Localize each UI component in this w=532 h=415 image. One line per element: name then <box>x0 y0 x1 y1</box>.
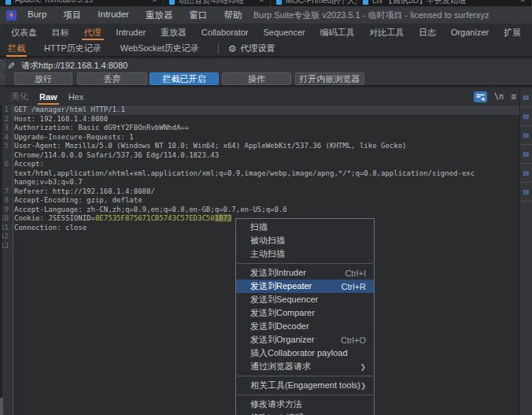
hamburger-menu-icon[interactable]: ≡ <box>511 92 516 102</box>
editor-tab-group: 美化 Raw Hex <box>0 88 83 105</box>
menubar-item[interactable]: 窗口 <box>189 9 207 21</box>
editor-tab[interactable]: 美化 <box>11 88 28 105</box>
inspector-section-cell[interactable]: ▤ <box>520 183 532 202</box>
line-text-plain: GET /manager/html HTTP/1.1 <box>14 106 125 113</box>
scrollbar-thumb[interactable] <box>0 398 3 415</box>
context-menu-item[interactable]: ❯ <box>237 263 373 264</box>
main-tab[interactable]: 日志 <box>419 24 436 41</box>
request-line[interactable]: 7 Referer: http://192.168.1.4:8080/ <box>0 187 519 197</box>
editor-tab[interactable]: Hex <box>68 88 84 105</box>
line-text-plain: Authorization: Basic dG9tY2F0OnRvbWNhdA=… <box>14 124 189 132</box>
context-menu-item[interactable]: 扫描 ❯ <box>236 220 374 234</box>
intercept-button[interactable]: 操作 <box>222 72 291 85</box>
context-menu-item[interactable]: 相关工具(Engagement tools) ❯ <box>236 379 374 392</box>
sub-tab[interactable]: HTTP历史记录 <box>44 40 102 57</box>
context-menu-item[interactable]: ❯ <box>237 376 373 376</box>
inspector-section-cell[interactable]: ▤ <box>520 145 532 164</box>
inspector-section-cell[interactable]: ▤ <box>520 126 532 145</box>
request-line[interactable]: hange;v=b3;q=0.7 <box>0 178 519 187</box>
request-line[interactable]: 5 User-Agent: Mozilla/5.0 (Windows NT 10… <box>0 142 519 151</box>
close-tab-icon[interactable]: ✕ <box>519 0 526 4</box>
close-tab-icon[interactable]: ✕ <box>258 0 264 4</box>
intercept-button-label: 丢弃 <box>104 73 121 85</box>
context-menu-item[interactable]: 被动扫描 ❯ <box>236 234 374 247</box>
sub-tab-label: 拦截 <box>8 43 25 54</box>
request-line[interactable]: 8 Accept-Encoding: gzip, deflate <box>0 196 519 206</box>
proxy-settings-button[interactable]: ⚙ 代理设置 <box>228 43 275 54</box>
main-tab[interactable]: 重放器 <box>161 24 187 41</box>
context-menu-item[interactable]: ❯ <box>237 395 373 395</box>
main-tab[interactable]: Organizer <box>451 24 489 41</box>
request-line[interactable]: 6 Accept: <box>0 160 519 169</box>
main-tab[interactable]: Collaborator <box>201 24 249 41</box>
menubar-item[interactable]: 帮助 <box>224 9 242 21</box>
request-line[interactable]: 2 Host: 192.168.1.4:8080 <box>0 115 519 124</box>
context-menu-item[interactable]: 发送到Organizer Ctrl+O ❯ <box>236 333 374 346</box>
sub-tab-label: HTTP历史记录 <box>44 43 102 54</box>
site-favicon-icon <box>276 0 282 5</box>
close-tab-icon[interactable]: ✕ <box>151 0 157 4</box>
menubar-item[interactable]: Intruder <box>98 9 129 21</box>
context-menu-item-label: 发送到Intruder <box>250 267 306 279</box>
line-text: hange;v=b3;q=0.7 <box>11 178 519 187</box>
request-line[interactable]: 3 Authorization: Basic dG9tY2F0OnRvbWNhd… <box>0 124 519 133</box>
cookie-value-highlighted: 1B73 <box>215 214 232 222</box>
sub-tab[interactable]: WebSocket历史记录 <box>120 40 199 57</box>
context-menu-item[interactable]: 发送到Intruder Ctrl+I ❯ <box>236 266 374 280</box>
context-menu-item[interactable]: 修改body编码 ❯ <box>236 411 374 415</box>
main-tab[interactable]: Sequencer <box>264 24 305 41</box>
pencil-icon: ✎ <box>7 61 15 71</box>
editor-left-edge <box>0 105 2 415</box>
request-line[interactable]: 9 Accept-Language: zh-CN,zh;q=0.9,en;q=0… <box>0 206 519 215</box>
line-text: Accept: <box>11 160 519 169</box>
context-menu-item-label: 发送到Comparer <box>250 307 315 319</box>
context-menu-item[interactable]: 插入Collaborator payload ❯ <box>236 346 374 360</box>
main-tab[interactable]: 仪表盘 <box>11 24 37 41</box>
main-tab[interactable]: 代理 <box>84 24 102 41</box>
browser-tab[interactable]: Ltv 【腾讯3D】半长发精细 ✕ <box>357 0 532 6</box>
line-text: Authorization: Basic dG9tY2F0OnRvbWNhdA=… <box>11 124 519 133</box>
context-menu-item[interactable]: 发送到Comparer ❯ <box>236 306 374 320</box>
browser-tab[interactable]: 动态首页-哔哩哔哩 ✕ <box>164 0 271 6</box>
inspector-section-cell[interactable]: ▤ <box>520 88 532 107</box>
main-tab[interactable]: 编码工具 <box>320 24 355 41</box>
context-menu-item[interactable]: 修改请求方法 ❯ <box>236 398 374 411</box>
browser-tab[interactable]: MOC-Primed的个人主页 - 哔哩哔哩 ✕ <box>271 0 357 6</box>
inspector-section-cell[interactable]: ▤ <box>520 164 532 183</box>
request-url-label: 请求http://192.168.1.4:8080 <box>21 60 127 72</box>
divider <box>218 43 219 54</box>
newline-toggle-icon[interactable]: \n <box>494 92 504 101</box>
context-menu-item[interactable]: 通过浏览器请求 ❯ <box>236 360 374 373</box>
request-line[interactable]: 1 GET /manager/html HTTP/1.1 <box>0 106 519 115</box>
menubar-item[interactable]: 项目 <box>63 9 81 21</box>
line-text-plain: User-Agent: Mozilla/5.0 (Windows NT 10.0… <box>14 142 407 150</box>
main-tab[interactable]: Intruder <box>116 24 146 41</box>
editor-tab[interactable]: Raw <box>39 88 57 105</box>
browser-tab[interactable]: Apache Tomcat/8.5.19 ✕ <box>0 0 164 6</box>
sub-tab[interactable]: 拦截 <box>8 40 25 57</box>
context-menu-item-label: 插入Collaborator payload <box>250 347 348 359</box>
main-tab[interactable]: 对比工具 <box>369 24 404 41</box>
main-tab-label: 对比工具 <box>369 27 404 39</box>
context-menu-item[interactable]: 发送到Sequencer ❯ <box>236 293 374 306</box>
intercept-button[interactable]: 放行 <box>14 72 72 85</box>
main-tab[interactable]: 目标 <box>52 24 69 41</box>
search-panel-icon[interactable] <box>474 91 487 102</box>
menubar-item[interactable]: 重放器 <box>146 9 173 21</box>
inspector-section-icon: ▤ <box>523 189 530 195</box>
main-tab[interactable]: 扩展 <box>504 24 521 41</box>
intercept-button[interactable]: 丢弃 <box>77 72 147 85</box>
menubar-item[interactable]: Burp <box>28 9 46 21</box>
line-text-plain: Referer: http://192.168.1.4:8080/ <box>14 187 155 195</box>
context-menu-item[interactable]: 主动扫描 ❯ <box>236 247 374 261</box>
inspector-section-cell[interactable]: ▤ <box>520 107 532 126</box>
intercept-button[interactable]: 拦截已开启 <box>150 72 219 85</box>
context-menu-item[interactable]: 发送到Decoder ❯ <box>236 320 374 333</box>
line-text: GET /manager/html HTTP/1.1 <box>11 106 519 115</box>
site-favicon-icon <box>169 0 175 5</box>
intercept-button[interactable]: 打开内嵌浏览器 <box>295 72 364 85</box>
request-line[interactable]: 4 Upgrade-Insecure-Requests: 1 <box>0 133 519 143</box>
request-line[interactable]: Chrome/114.0.0.0 Safari/537.36 Edg/114.0… <box>0 151 519 161</box>
context-menu-item[interactable]: 发送到Repeater Ctrl+R ❯ <box>236 280 374 293</box>
request-line[interactable]: text/html,application/xhtml+xml,applicat… <box>0 169 519 179</box>
